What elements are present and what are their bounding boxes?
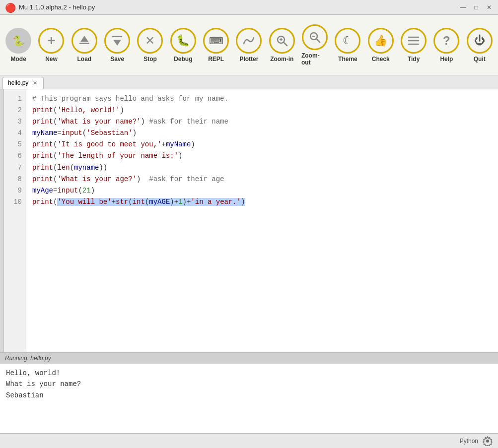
check-button[interactable]: 👍 Check: [365, 19, 397, 71]
svg-rect-2: [112, 36, 122, 37]
new-label: New: [45, 56, 58, 63]
line-num-8: 8: [4, 174, 26, 185]
code-line-2: print('Hello, world!'): [32, 105, 492, 116]
stop-button[interactable]: ✕ Stop: [134, 19, 166, 71]
debug-icon: 🐛: [170, 28, 196, 54]
svg-line-10: [316, 39, 320, 42]
zoomin-icon: [269, 28, 295, 54]
repl-output-line-1: Hello, world!: [6, 368, 492, 379]
repl-output-line-2: What is your name?: [6, 379, 492, 389]
tab-filename: hello.py: [8, 79, 28, 86]
check-icon: 👍: [368, 28, 394, 54]
plotter-button[interactable]: Plotter: [233, 19, 265, 71]
line-num-7: 7: [4, 162, 26, 174]
file-tab[interactable]: hello.py ✕: [2, 77, 44, 89]
repl-output[interactable]: Hello, world! What is your name? Sebasti…: [0, 364, 498, 433]
save-label: Save: [110, 56, 124, 63]
zoomout-icon: [302, 24, 328, 50]
code-line-7: print(len(myname)): [32, 162, 492, 174]
zoomout-label: Zoom-out: [301, 52, 328, 66]
mode-button[interactable]: 🐍 Mode: [2, 19, 34, 71]
load-icon: [71, 28, 97, 54]
line-num-3: 3: [4, 116, 26, 128]
line-num-1: 1: [4, 93, 26, 105]
editor-area: 1 2 3 4 5 6 7 8 9 10 # This program says…: [0, 89, 498, 352]
code-line-10: print('You will be'+str(int(myAGE)+1)+'i…: [32, 196, 492, 208]
tab-close-button[interactable]: ✕: [31, 79, 38, 86]
theme-button[interactable]: ☾ Theme: [332, 19, 363, 71]
mode-label: Mode: [10, 56, 26, 63]
tidy-icon: [401, 28, 427, 54]
window-title: Mu 1.1.0.alpha.2 - hello.py: [19, 3, 95, 11]
stop-icon: ✕: [137, 28, 163, 54]
help-button[interactable]: ? Help: [430, 19, 462, 71]
quit-label: Quit: [474, 56, 486, 63]
help-label: Help: [440, 56, 453, 63]
code-line-1: # This program says hello and asks for m…: [32, 93, 492, 105]
repl-output-line-3: Sebastian: [6, 390, 492, 401]
zoomin-label: Zoom-in: [270, 56, 293, 63]
svg-marker-1: [80, 36, 88, 42]
zoomout-button[interactable]: Zoom-out: [299, 19, 331, 71]
tidy-button[interactable]: Tidy: [398, 19, 429, 71]
line-num-2: 2: [4, 105, 26, 116]
toolbar: 🐍 Mode + New Load Save ✕ Stop 🐛 D: [0, 15, 498, 75]
line-numbers: 1 2 3 4 5 6 7 8 9 10: [4, 89, 26, 352]
zoomin-button[interactable]: Zoom-in: [266, 19, 298, 71]
repl-button[interactable]: ⌨ REPL: [200, 19, 232, 71]
code-line-5: print('It is good to meet you,'+myName): [32, 139, 492, 150]
code-line-8: print('What is your age?') #ask for thei…: [32, 174, 492, 185]
maximize-button[interactable]: □: [472, 3, 480, 11]
status-bar: Python: [0, 433, 498, 448]
code-line-4: myName=input('Sebastian'): [32, 128, 492, 139]
line-num-4: 4: [4, 128, 26, 139]
svg-rect-0: [79, 43, 89, 44]
window-controls[interactable]: — □ ✕: [459, 3, 493, 11]
language-indicator: Python: [460, 438, 478, 445]
code-editor[interactable]: # This program says hello and asks for m…: [26, 89, 498, 352]
svg-marker-3: [113, 40, 121, 46]
plotter-label: Plotter: [239, 56, 258, 63]
theme-icon: ☾: [335, 28, 360, 54]
theme-label: Theme: [338, 56, 357, 63]
save-button[interactable]: Save: [101, 19, 133, 71]
debug-label: Debug: [174, 56, 192, 63]
repl-status-text: Running: hello.py: [5, 355, 51, 362]
save-icon: [104, 28, 130, 54]
code-line-6: print('The length of your name is:'): [32, 150, 492, 162]
load-label: Load: [77, 56, 91, 63]
new-icon: +: [38, 28, 64, 54]
left-gutter: [0, 89, 4, 352]
svg-point-14: [486, 440, 489, 443]
repl-icon: ⌨: [203, 28, 229, 54]
line-num-10: 10: [4, 196, 26, 208]
minimize-button[interactable]: —: [459, 3, 467, 11]
quit-icon: ⏻: [467, 28, 493, 54]
line-num-9: 9: [4, 185, 26, 196]
svg-line-7: [284, 42, 287, 46]
line-num-6: 6: [4, 150, 26, 162]
check-label: Check: [372, 56, 390, 63]
help-icon: ?: [433, 28, 459, 54]
tidy-label: Tidy: [408, 56, 420, 63]
line-num-5: 5: [4, 139, 26, 150]
settings-gear-icon[interactable]: [482, 436, 493, 447]
repl-label: REPL: [208, 56, 224, 63]
close-button[interactable]: ✕: [485, 3, 493, 11]
app-logo: 🔴: [5, 2, 15, 12]
code-line-9: myAge=input(21): [32, 185, 492, 196]
mode-icon: 🐍: [5, 28, 31, 54]
plotter-icon: [236, 28, 262, 54]
stop-label: Stop: [143, 56, 157, 63]
titlebar-left: 🔴 Mu 1.1.0.alpha.2 - hello.py: [5, 2, 95, 12]
new-button[interactable]: + New: [35, 19, 67, 71]
load-button[interactable]: Load: [69, 19, 100, 71]
quit-button[interactable]: ⏻ Quit: [464, 19, 496, 71]
code-line-3: print('What is your name?') #ask for the…: [32, 116, 492, 128]
repl-status-bar: Running: hello.py: [0, 352, 498, 364]
debug-button[interactable]: 🐛 Debug: [167, 19, 199, 71]
tab-bar: hello.py ✕: [0, 75, 498, 89]
titlebar: 🔴 Mu 1.1.0.alpha.2 - hello.py — □ ✕: [0, 0, 498, 15]
